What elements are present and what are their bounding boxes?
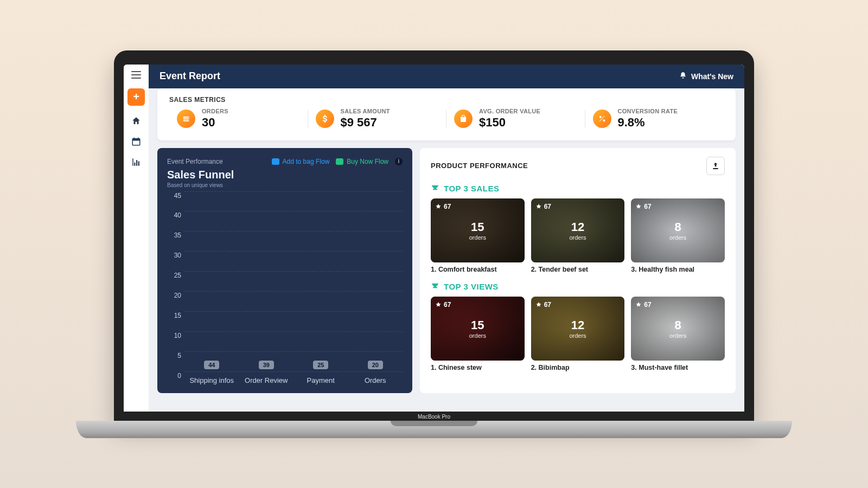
sales-metrics-card: SALES METRICS ORDERS30 SALES AMOUNT$9 56… [157,88,736,140]
topbar: Event Report What's New [149,65,744,88]
bar-total-badge: 25 [313,361,328,369]
section-heading: TOP 3 VIEWS [431,282,725,291]
product-tile[interactable]: 6712orders2. Tender beef set [531,198,625,273]
tile-caption: 3. Healthy fish meal [631,266,725,273]
tile-badge: 67 [435,301,451,309]
tile-caption: 3. Must-have fillet [631,364,725,371]
funnel-chart: 051015202530354045 44Shipping infos39Ord… [163,191,403,387]
pin-icon [535,301,542,308]
sales-funnel-card: Event Performance Add to bag Flow Buy No… [157,148,412,393]
page-title: Event Report [159,70,220,82]
percent-icon [593,110,611,128]
home-icon[interactable] [131,115,142,126]
bar-total-badge: 44 [204,361,219,369]
pin-icon [535,203,542,210]
tile-caption: 1. Comfort breakfast [431,266,525,273]
product-section: TOP 3 VIEWS6715orders1. Chinese stew6712… [431,282,725,371]
bar-category-label: Payment [307,376,335,384]
trophy-icon [431,282,439,291]
calendar-icon[interactable] [131,136,142,147]
tile-badge: 67 [535,301,551,309]
product-section: TOP 3 SALES6715orders1. Comfort breakfas… [431,184,725,273]
bell-icon [679,72,687,81]
metrics-heading: SALES METRICS [169,96,724,104]
product-performance-title: PRODUCT PERFORMANCE [431,162,528,170]
section-heading: TOP 3 SALES [431,184,725,193]
sidebar: + [124,65,149,412]
laptop-base [76,421,792,438]
pin-icon [435,301,442,308]
orders-icon [177,110,195,128]
bar-order-review[interactable]: 39Order Review [242,361,290,371]
product-tile[interactable]: 6715orders1. Comfort breakfast [431,198,525,273]
metric-conversion: CONVERSION RATE9.8% [585,108,724,130]
pin-icon [635,203,642,210]
bar-category-label: Order Review [245,376,288,384]
funnel-title: Sales Funnel [163,169,403,181]
menu-icon[interactable] [131,71,141,79]
metric-aov: AVG. ORDER VALUE$150 [446,108,585,130]
bar-category-label: Orders [365,376,386,384]
laptop-notch [124,60,744,65]
bar-total-badge: 39 [259,361,274,369]
export-button[interactable] [706,157,725,175]
tile-caption: 2. Bibimbap [531,364,625,371]
legend-buy-now[interactable]: Buy Now Flow [336,158,388,165]
chart-icon[interactable] [131,157,142,168]
bar-shipping-infos[interactable]: 44Shipping infos [188,361,235,371]
pin-icon [435,203,442,210]
tile-badge: 67 [535,203,551,210]
bar-orders[interactable]: 20Orders [352,361,399,371]
whats-new-button[interactable]: What's New [679,72,733,81]
dollar-icon [316,110,334,128]
tile-badge: 67 [635,203,651,210]
pin-icon [635,301,642,308]
tile-badge: 67 [635,301,651,309]
tile-caption: 2. Tender beef set [531,266,625,273]
bar-payment[interactable]: 25Payment [297,361,344,371]
info-icon[interactable]: i [395,158,403,165]
add-button[interactable]: + [127,88,145,106]
product-performance-card: PRODUCT PERFORMANCE TOP 3 SALES6715order… [420,148,736,393]
metric-orders: ORDERS30 [169,108,308,130]
bag-icon [454,110,473,128]
event-performance-label: Event Performance [167,158,223,165]
product-tile[interactable]: 678orders3. Healthy fish meal [631,198,725,273]
product-tile[interactable]: 6715orders1. Chinese stew [431,297,525,371]
product-tile[interactable]: 6712orders2. Bibimbap [531,297,625,371]
metric-sales-amount: SALES AMOUNT$9 567 [308,108,447,130]
bar-category-label: Shipping infos [189,376,234,384]
whats-new-label: What's New [691,72,733,81]
trophy-icon [431,184,439,192]
legend-add-to-bag[interactable]: Add to bag Flow [272,158,330,165]
funnel-subtitle: Based on unique views [163,182,403,188]
laptop-brand: MacBook Pro [124,412,744,422]
bar-total-badge: 20 [368,361,383,369]
upload-icon [711,162,720,170]
product-tile[interactable]: 678orders3. Must-have fillet [631,297,725,371]
tile-caption: 1. Chinese stew [431,364,525,371]
tile-badge: 67 [435,203,451,210]
